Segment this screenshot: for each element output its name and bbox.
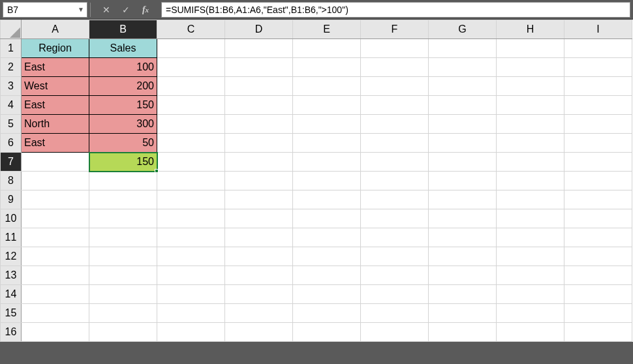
cell-C3[interactable] — [157, 77, 225, 96]
cell-B5[interactable]: 300 — [89, 115, 157, 134]
cell-I9[interactable] — [564, 190, 632, 209]
cell-E7[interactable] — [293, 153, 361, 172]
cell-E8[interactable] — [293, 172, 361, 190]
cell-A2[interactable]: East — [22, 58, 89, 77]
cell-H14[interactable] — [497, 285, 564, 304]
cell-G11[interactable] — [429, 228, 497, 247]
row-header-2[interactable]: 2 — [1, 58, 22, 77]
row-header-16[interactable]: 16 — [1, 323, 22, 342]
cell-F12[interactable] — [361, 247, 429, 266]
fx-icon[interactable]: fx — [139, 3, 152, 16]
cell-F16[interactable] — [361, 323, 429, 342]
row-header-12[interactable]: 12 — [1, 247, 22, 266]
col-header-D[interactable]: D — [225, 20, 293, 39]
cell-E5[interactable] — [293, 115, 361, 134]
cell-C14[interactable] — [157, 285, 225, 304]
cell-D15[interactable] — [225, 304, 293, 323]
row-header-10[interactable]: 10 — [1, 209, 22, 228]
cell-F8[interactable] — [361, 172, 429, 190]
row-header-9[interactable]: 9 — [1, 190, 22, 209]
cell-B7[interactable]: 150 — [89, 153, 157, 172]
col-header-H[interactable]: H — [497, 20, 564, 39]
row-header-4[interactable]: 4 — [1, 96, 22, 115]
cell-E10[interactable] — [293, 209, 361, 228]
cell-E2[interactable] — [293, 58, 361, 77]
cell-H11[interactable] — [497, 228, 564, 247]
cell-D11[interactable] — [225, 228, 293, 247]
cell-B6[interactable]: 50 — [89, 134, 157, 153]
cell-B1[interactable]: Sales — [89, 39, 157, 58]
cell-H8[interactable] — [497, 172, 564, 190]
cell-F13[interactable] — [361, 266, 429, 285]
cell-I10[interactable] — [564, 209, 632, 228]
cell-F3[interactable] — [361, 77, 429, 96]
cell-B15[interactable] — [89, 304, 157, 323]
name-box-dropdown-icon[interactable]: ▼ — [78, 6, 84, 13]
cell-D7[interactable] — [225, 153, 293, 172]
cell-C6[interactable] — [157, 134, 225, 153]
cell-G5[interactable] — [429, 115, 497, 134]
row-header-14[interactable]: 14 — [1, 285, 22, 304]
cell-C5[interactable] — [157, 115, 225, 134]
cell-I1[interactable] — [564, 39, 632, 58]
enter-icon[interactable]: ✓ — [119, 3, 132, 16]
cell-B13[interactable] — [89, 266, 157, 285]
cell-I11[interactable] — [564, 228, 632, 247]
cell-C8[interactable] — [157, 172, 225, 190]
cell-D1[interactable] — [225, 39, 293, 58]
col-header-A[interactable]: A — [22, 20, 89, 39]
cell-D5[interactable] — [225, 115, 293, 134]
cell-G4[interactable] — [429, 96, 497, 115]
cell-E15[interactable] — [293, 304, 361, 323]
cell-I14[interactable] — [564, 285, 632, 304]
col-header-E[interactable]: E — [293, 20, 361, 39]
cell-A12[interactable] — [22, 247, 89, 266]
cell-B14[interactable] — [89, 285, 157, 304]
cell-A7[interactable] — [22, 153, 89, 172]
cell-I3[interactable] — [564, 77, 632, 96]
cell-H3[interactable] — [497, 77, 564, 96]
cell-A13[interactable] — [22, 266, 89, 285]
cell-D12[interactable] — [225, 247, 293, 266]
cell-H1[interactable] — [497, 39, 564, 58]
cell-H7[interactable] — [497, 153, 564, 172]
select-all-corner[interactable] — [1, 20, 22, 39]
cell-G2[interactable] — [429, 58, 497, 77]
cell-E9[interactable] — [293, 190, 361, 209]
cell-I16[interactable] — [564, 323, 632, 342]
cell-A11[interactable] — [22, 228, 89, 247]
cell-C1[interactable] — [157, 39, 225, 58]
cell-G8[interactable] — [429, 172, 497, 190]
cell-E14[interactable] — [293, 285, 361, 304]
cell-D6[interactable] — [225, 134, 293, 153]
cell-C11[interactable] — [157, 228, 225, 247]
cell-C2[interactable] — [157, 58, 225, 77]
cell-D3[interactable] — [225, 77, 293, 96]
cell-I6[interactable] — [564, 134, 632, 153]
cell-G3[interactable] — [429, 77, 497, 96]
cell-D2[interactable] — [225, 58, 293, 77]
cell-D9[interactable] — [225, 190, 293, 209]
cell-I4[interactable] — [564, 96, 632, 115]
cell-B2[interactable]: 100 — [89, 58, 157, 77]
cell-F2[interactable] — [361, 58, 429, 77]
cell-E11[interactable] — [293, 228, 361, 247]
cell-H2[interactable] — [497, 58, 564, 77]
cell-B12[interactable] — [89, 247, 157, 266]
cell-G1[interactable] — [429, 39, 497, 58]
cell-A15[interactable] — [22, 304, 89, 323]
row-header-7[interactable]: 7 — [1, 153, 22, 172]
cell-F1[interactable] — [361, 39, 429, 58]
cell-H13[interactable] — [497, 266, 564, 285]
row-header-15[interactable]: 15 — [1, 304, 22, 323]
cell-C10[interactable] — [157, 209, 225, 228]
col-header-B[interactable]: B — [89, 20, 157, 39]
cell-I13[interactable] — [564, 266, 632, 285]
formula-input[interactable]: =SUMIFS(B1:B6,A1:A6,"East",B1:B6,">100") — [161, 2, 630, 18]
cell-B9[interactable] — [89, 190, 157, 209]
cell-H4[interactable] — [497, 96, 564, 115]
cell-D16[interactable] — [225, 323, 293, 342]
cell-F6[interactable] — [361, 134, 429, 153]
row-header-13[interactable]: 13 — [1, 266, 22, 285]
cell-A4[interactable]: East — [22, 96, 89, 115]
